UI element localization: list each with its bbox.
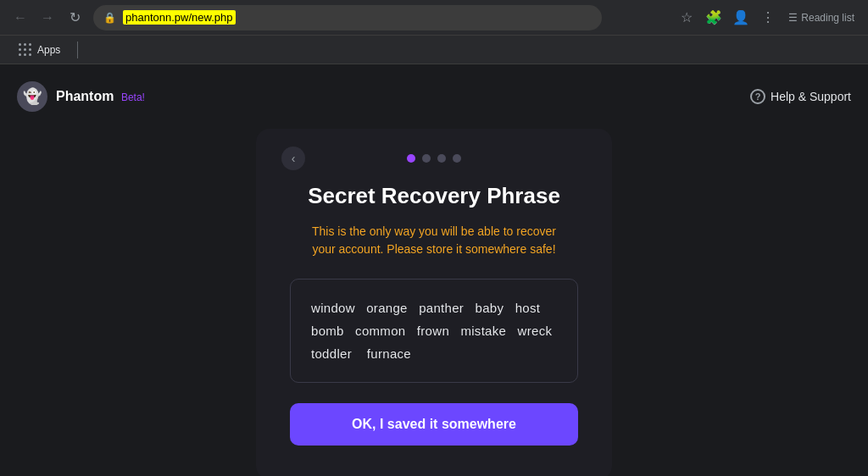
menu-button[interactable]: ⋮ xyxy=(756,6,780,30)
seed-phrase-box: window orange panther baby host bomb com… xyxy=(290,279,578,383)
beta-label: Beta! xyxy=(121,91,145,103)
seed-phrase-text: window orange panther baby host bomb com… xyxy=(311,296,557,365)
help-icon: ? xyxy=(750,89,765,104)
extensions-button[interactable]: 🧩 xyxy=(702,6,726,30)
back-nav-button[interactable]: ‹ xyxy=(281,147,305,170)
ok-saved-button[interactable]: OK, I saved it somewhere xyxy=(290,403,578,446)
url-text: phantonn.pw/new.php xyxy=(123,10,236,25)
bookmarks-divider xyxy=(77,42,78,58)
nav-buttons: ← → ↻ xyxy=(8,6,86,30)
apps-label: Apps xyxy=(37,44,60,56)
warning-text: This is the only way you will be able to… xyxy=(312,223,556,258)
address-bar[interactable]: 🔒 phantonn.pw/new.php xyxy=(93,5,602,30)
help-label: Help & Support xyxy=(771,90,851,103)
dot-1 xyxy=(407,154,415,163)
chrome-browser-bar: ← → ↻ 🔒 phantonn.pw/new.php ☆ 🧩 👤 ⋮ ☰ Re… xyxy=(0,0,868,36)
phantom-logo: 👻 Phantom Beta! xyxy=(17,81,145,112)
profile-button[interactable]: 👤 xyxy=(729,6,753,30)
phantom-ghost-icon: 👻 xyxy=(17,81,47,112)
card-title: Secret Recovery Phrase xyxy=(308,183,560,209)
back-nav-icon: ‹ xyxy=(292,152,296,165)
refresh-button[interactable]: ↻ xyxy=(63,6,86,30)
reading-list-label: Reading list xyxy=(801,12,854,24)
main-card: ‹ Secret Recovery Phrase This is the onl… xyxy=(256,129,612,476)
forward-button[interactable]: → xyxy=(36,6,59,30)
back-button[interactable]: ← xyxy=(8,6,32,30)
bookmarks-bar: Apps xyxy=(0,36,868,64)
reading-list-icon: ☰ xyxy=(788,12,798,24)
star-button[interactable]: ☆ xyxy=(675,6,698,30)
apps-grid-icon xyxy=(19,43,32,57)
dot-3 xyxy=(437,154,446,163)
header-row: 👻 Phantom Beta! ? Help & Support xyxy=(17,81,851,112)
apps-button[interactable]: Apps xyxy=(12,40,67,60)
pagination: ‹ xyxy=(290,154,578,163)
main-content: 👻 Phantom Beta! ? Help & Support ‹ Secre… xyxy=(0,64,868,476)
dot-2 xyxy=(422,154,431,163)
help-support[interactable]: ? Help & Support xyxy=(750,89,851,104)
reading-list-button[interactable]: ☰ Reading list xyxy=(783,8,860,27)
brand-name: Phantom xyxy=(56,89,114,103)
chrome-actions: ☆ 🧩 👤 ⋮ ☰ Reading list xyxy=(675,6,860,30)
dot-4 xyxy=(453,154,461,163)
lock-icon: 🔒 xyxy=(103,12,116,24)
